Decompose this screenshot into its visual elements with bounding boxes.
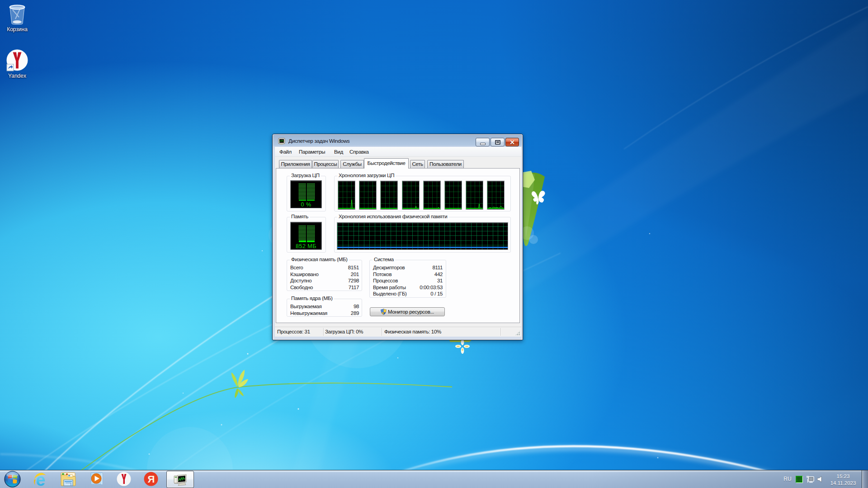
svg-text:Я: Я xyxy=(148,474,155,485)
